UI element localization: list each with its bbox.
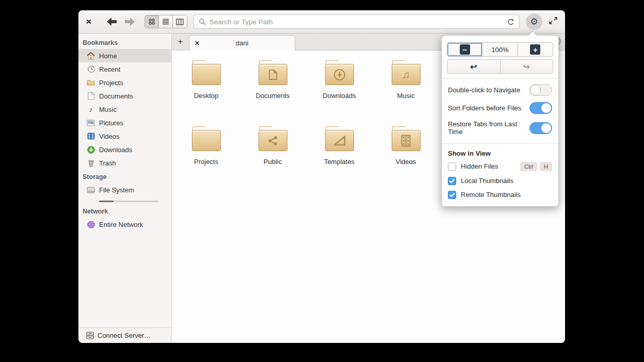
popover-back-button[interactable]: ↩ — [447, 59, 501, 74]
zoom-control: − 100% + — [447, 42, 553, 57]
sidebar-scroll[interactable]: Bookmarks Home — [78, 34, 171, 327]
file-label: Videos — [396, 158, 416, 166]
file-item-desktop[interactable]: Desktop — [173, 60, 239, 126]
sidebar-item-videos[interactable]: Videos — [78, 129, 171, 143]
sidebar-item-label: Projects — [99, 79, 123, 87]
new-tab-button[interactable]: + — [172, 34, 189, 50]
sidebar-item-home[interactable]: Home — [78, 49, 171, 62]
home-icon — [87, 52, 95, 60]
zoom-out-icon: − — [460, 44, 470, 55]
fullscreen-button[interactable] — [549, 16, 558, 27]
sidebar-item-label: Music — [99, 106, 117, 113]
file-item-downloads[interactable]: Downloads — [306, 60, 373, 126]
folder-icon — [192, 126, 221, 151]
zoom-in-icon: + — [530, 44, 540, 55]
path-search-field[interactable] — [194, 14, 520, 29]
tab-dani[interactable]: ✕ dani — [189, 35, 295, 51]
sidebar-item-label: File System — [99, 186, 134, 194]
show-in-view-header: Show in View — [442, 146, 558, 159]
file-item-music[interactable]: ♫ Music — [373, 60, 439, 126]
sidebar: Bookmarks Home — [78, 34, 172, 343]
toggle-sort-folders-before-files: Sort Folders before Files — [442, 99, 558, 117]
connect-server-button[interactable]: Connect Server… — [78, 327, 171, 343]
filesystem-usage-bar — [99, 201, 158, 202]
folder-public-icon — [259, 126, 287, 151]
sidebar-header-bookmarks: Bookmarks — [78, 36, 171, 49]
sidebar-item-documents[interactable]: Documents — [78, 89, 171, 103]
double-click-toggle[interactable] — [529, 84, 552, 96]
sidebar-item-label: Documents — [99, 92, 133, 100]
music-note-icon: ♪ — [87, 105, 95, 113]
file-label: Music — [397, 92, 415, 100]
file-label: Desktop — [194, 92, 219, 100]
folder-music-icon: ♫ — [392, 60, 421, 85]
refresh-icon[interactable] — [507, 18, 514, 26]
sidebar-item-trash[interactable]: Trash — [78, 156, 171, 170]
file-label: Downloads — [323, 92, 356, 100]
file-label: Templates — [324, 158, 355, 166]
hidden-files-shortcut: Ctrl H — [520, 162, 552, 171]
zoom-level-display[interactable]: 100% — [482, 43, 518, 56]
local-thumbnails-checkbox[interactable] — [448, 177, 456, 185]
sidebar-item-label: Home — [99, 52, 117, 60]
sidebar-item-label: Entire Network — [99, 221, 143, 228]
toolbar: ✕ — [78, 10, 565, 34]
file-manager-window: ✕ — [78, 10, 565, 343]
zoom-in-button[interactable]: + — [518, 43, 553, 56]
sidebar-item-projects[interactable]: Projects — [78, 76, 171, 89]
file-label: Projects — [194, 158, 218, 166]
forward-arrow-icon[interactable] — [124, 17, 135, 27]
search-input[interactable] — [210, 18, 503, 26]
back-arrow-icon[interactable] — [106, 17, 118, 27]
file-label: Public — [264, 158, 282, 166]
keycap-h: H — [540, 162, 552, 171]
sidebar-item-pictures[interactable]: Pictures — [78, 116, 171, 129]
file-item-projects[interactable]: Projects — [173, 126, 239, 192]
film-icon — [87, 132, 95, 140]
file-item-videos[interactable]: Videos — [373, 126, 439, 192]
sort-folders-toggle[interactable] — [529, 102, 552, 114]
sidebar-item-recent[interactable]: Recent — [78, 62, 171, 76]
window-close-icon[interactable]: ✕ — [86, 18, 92, 26]
sidebar-item-label: Videos — [99, 133, 120, 140]
popover-nav-control: ↩ ↪ — [447, 59, 553, 74]
list-view-button[interactable] — [159, 15, 173, 28]
harddisk-icon — [87, 186, 95, 194]
checkbox-row-remote-thumbnails: Remote Thumbnails — [442, 188, 558, 202]
zoom-out-button[interactable]: − — [447, 43, 482, 56]
sidebar-item-downloads[interactable]: Downloads — [78, 143, 171, 156]
sidebar-item-file-system[interactable]: File System — [78, 183, 171, 204]
column-view-icon — [176, 19, 184, 25]
checkbox-row-local-thumbnails: Local Thumbnails — [442, 174, 558, 188]
toggle-double-click-to-navigate: Double-click to Navigate — [442, 81, 558, 99]
grid-view-button[interactable] — [145, 15, 159, 28]
hidden-files-checkbox[interactable] — [448, 162, 456, 171]
file-item-public[interactable]: Public — [239, 126, 306, 192]
undo-arrow-icon: ↩ — [470, 62, 477, 72]
file-item-documents[interactable]: Documents — [239, 60, 306, 126]
popover-forward-button[interactable]: ↪ — [500, 59, 554, 74]
trash-icon — [87, 159, 95, 167]
document-icon — [87, 92, 95, 100]
connect-server-icon — [86, 332, 94, 340]
column-view-button[interactable] — [173, 15, 187, 28]
popover-separator — [442, 143, 558, 144]
popover-separator — [442, 78, 558, 79]
remote-thumbnails-checkbox[interactable] — [448, 191, 456, 199]
file-item-templates[interactable]: Templates — [306, 126, 373, 192]
redo-arrow-icon: ↪ — [523, 62, 530, 72]
recent-clock-icon — [87, 65, 95, 73]
folder-documents-icon — [259, 60, 287, 85]
settings-menu-button[interactable]: ⚙ — [526, 13, 542, 30]
photo-icon — [87, 119, 95, 127]
folder-videos-icon — [392, 126, 421, 151]
download-icon — [87, 145, 95, 154]
keycap-ctrl: Ctrl — [520, 162, 537, 171]
sidebar-item-music[interactable]: ♪ Music — [78, 103, 171, 116]
restore-tabs-toggle[interactable] — [529, 122, 552, 134]
tab-close-icon[interactable]: ✕ — [195, 40, 205, 47]
sidebar-item-entire-network[interactable]: Entire Network — [78, 218, 171, 231]
settings-popover: − 100% + ↩ ↪ Double-click to Navigate So… — [441, 35, 559, 207]
checkbox-row-hidden-files: Hidden Files Ctrl H — [442, 159, 558, 174]
sidebar-header-storage: Storage — [78, 170, 171, 183]
